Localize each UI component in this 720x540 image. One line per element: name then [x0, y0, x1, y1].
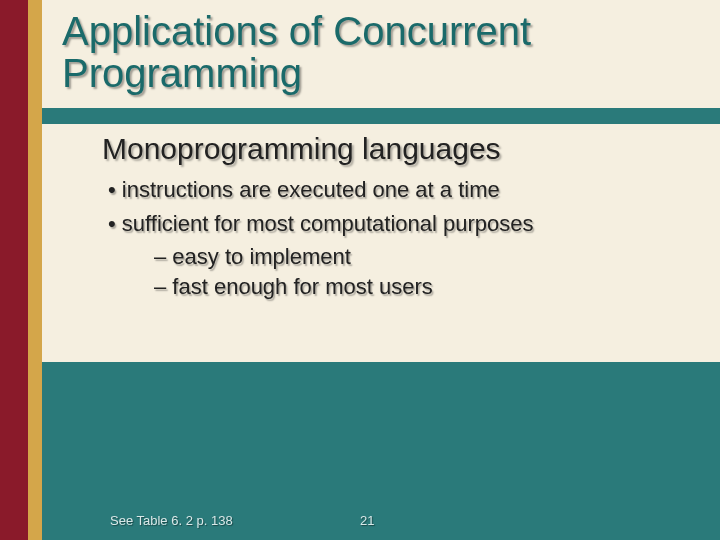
- bullet-item: sufficient for most computational purpos…: [102, 210, 700, 238]
- sub-bullet-item: fast enough for most users: [150, 273, 700, 301]
- bullet-item: instructions are executed one at a time: [102, 176, 700, 204]
- subheading: Monoprogramming languages: [102, 132, 700, 166]
- footer: See Table 6. 2 p. 138 21: [0, 498, 720, 540]
- page-number: 21: [360, 513, 374, 528]
- footer-note: See Table 6. 2 p. 138: [110, 513, 233, 528]
- sidebar-gold-stripe: [28, 0, 42, 540]
- sub-bullet-item: easy to implement: [150, 243, 700, 271]
- sidebar-red-stripe: [0, 0, 28, 540]
- slide-title: Applications of Concurrent Programming: [62, 10, 700, 94]
- title-block: Applications of Concurrent Programming: [42, 0, 720, 108]
- content-block: Monoprogramming languages instructions a…: [42, 124, 720, 362]
